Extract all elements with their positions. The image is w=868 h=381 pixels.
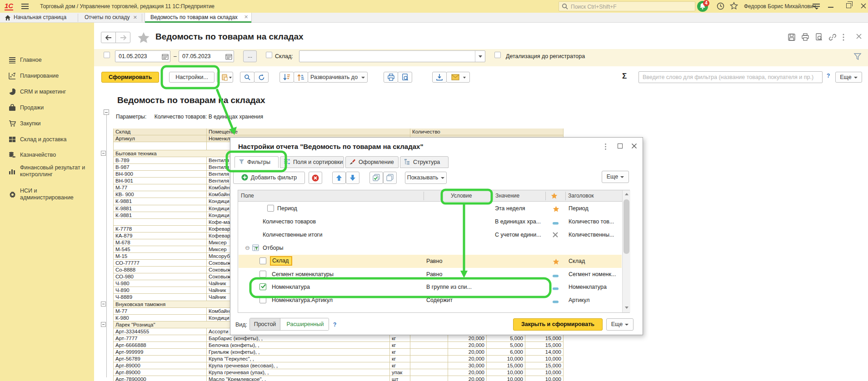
expand-to-button[interactable]: Разворачивать до	[308, 72, 368, 83]
save-icon[interactable]	[788, 33, 796, 41]
quick-filter-input[interactable]: Введите слово для фильтра (название това…	[639, 71, 823, 83]
row-checkbox-unchecked[interactable]	[259, 297, 266, 303]
grid-scrollbar[interactable]	[622, 190, 630, 312]
dialog-more-dots-icon[interactable]	[604, 143, 607, 150]
filter-row-количество-товаров[interactable]: Количество товаровВ единицах хра...Колич…	[239, 215, 622, 228]
delete-filter-button[interactable]	[309, 172, 322, 184]
filter-row-номенклатура[interactable]: НоменклатураВ группе из спи...Номенклату…	[239, 281, 622, 294]
tab-report-list[interactable]: Отчеты по складу ✕	[85, 13, 137, 23]
preview-icon[interactable]	[815, 33, 823, 41]
filter-row-номенклатура-артикул[interactable]: Номенклатура.АртикулСодержитАртикул	[239, 294, 622, 307]
filter-row-отборы[interactable]: ⊖Отборы	[239, 242, 622, 255]
notifications-bell-icon[interactable]: 4	[697, 1, 708, 12]
send-mail-button[interactable]	[446, 72, 470, 83]
move-up-button[interactable]	[332, 172, 346, 184]
forward-button[interactable]	[115, 32, 130, 43]
tab-active[interactable]: Ведомость по товарам на складах ✕	[145, 13, 252, 23]
back-button[interactable]	[101, 32, 116, 43]
dialog-tab-structure[interactable]: Структура	[400, 156, 449, 168]
xmark-icon[interactable]	[553, 232, 558, 239]
filter-funnel-icon[interactable]	[853, 53, 862, 61]
find-button[interactable]	[240, 72, 254, 83]
dash-icon[interactable]	[553, 299, 559, 305]
print-button[interactable]	[384, 72, 398, 83]
collapse-rows-button[interactable]	[279, 72, 294, 83]
tab-close-icon[interactable]: ✕	[133, 15, 137, 20]
filter-header[interactable]: Номенклатура	[569, 284, 619, 290]
calendar-icon[interactable]	[225, 53, 232, 60]
report-variants-button[interactable]	[217, 72, 233, 83]
filter-condition[interactable]: В группе из спи...	[426, 284, 472, 290]
expand-rows-button[interactable]	[294, 72, 308, 83]
filter-row-период[interactable]: ПериодЭта неделяПериод	[239, 202, 622, 215]
collapse-group-icon[interactable]: ⊖	[245, 245, 251, 251]
settings-button[interactable]: Настройки...	[169, 72, 215, 83]
dialog-close-button[interactable]	[631, 143, 637, 149]
star-icon[interactable]	[553, 206, 559, 214]
current-user[interactable]: Федоров Борис Михайлович	[744, 3, 816, 10]
favorites-star-icon[interactable]	[730, 2, 738, 10]
filter-header[interactable]: Период	[569, 205, 619, 212]
period-to-input[interactable]: 07.05.2023	[179, 50, 234, 62]
dash-icon[interactable]	[553, 273, 559, 279]
tree-expander-group[interactable]	[101, 302, 106, 307]
dash-icon[interactable]	[553, 220, 559, 227]
scrollbar-thumb[interactable]	[624, 199, 629, 254]
tab-home[interactable]: Начальная страница	[14, 13, 66, 23]
filter-header[interactable]: Количество тов...	[569, 218, 619, 225]
global-search-input[interactable]: Поиск Ctrl+Shift+F	[559, 1, 695, 11]
print-preview-button[interactable]	[398, 72, 412, 83]
print-icon[interactable]	[801, 33, 809, 41]
star-column-icon[interactable]	[551, 193, 558, 199]
row-checkbox-unchecked[interactable]	[267, 205, 274, 212]
toolbar-more-button[interactable]: Еще	[835, 72, 862, 83]
filter-value[interactable]: С учетом едини...	[495, 232, 549, 238]
dialog-more-button[interactable]: Еще	[602, 171, 629, 183]
period-checkbox[interactable]	[104, 52, 110, 58]
sklad-input[interactable]	[299, 50, 485, 62]
filter-value[interactable]: Эта неделя	[495, 205, 549, 212]
save-file-button[interactable]	[432, 72, 447, 83]
col-field[interactable]: Поле	[241, 193, 254, 199]
close-and-generate-button[interactable]: Закрыть и сформировать	[513, 318, 603, 331]
period-options-button[interactable]: ...	[243, 50, 257, 62]
filter-row-склад[interactable]: СкладРавноСклад	[239, 255, 622, 268]
filter-condition[interactable]: Равно	[426, 258, 442, 264]
scroll-down-icon[interactable]	[625, 307, 629, 309]
filter-header[interactable]: Артикул	[569, 297, 619, 303]
dialog-tab-brush[interactable]: Оформление	[345, 156, 399, 168]
dialog-footer-more-button[interactable]: Еще	[606, 318, 634, 331]
col-condition[interactable]: Условие	[451, 193, 472, 199]
scroll-up-icon[interactable]	[625, 193, 629, 195]
view-simple-button[interactable]: Простой	[250, 318, 280, 331]
filter-header[interactable]: Сегмент номенк...	[569, 271, 619, 277]
col-value[interactable]: Значение	[495, 193, 519, 199]
favorite-star-icon[interactable]	[137, 31, 150, 44]
filter-header[interactable]: Склад	[569, 258, 619, 264]
dash-icon[interactable]	[553, 286, 559, 292]
restore-button[interactable]	[846, 3, 851, 8]
period-from-input[interactable]: 01.05.2023	[115, 50, 170, 62]
generate-button[interactable]: Сформировать	[101, 72, 159, 83]
filter-header[interactable]: Количественны...	[569, 232, 619, 238]
filter-condition[interactable]: Содержит	[426, 297, 453, 303]
filter-value[interactable]: В единицах хра...	[495, 218, 549, 225]
tab-close-icon[interactable]: ✕	[244, 14, 248, 20]
more-dots-icon[interactable]	[842, 33, 845, 41]
star-icon[interactable]	[553, 258, 559, 267]
detail-checkbox[interactable]	[494, 52, 501, 58]
add-filter-button[interactable]: Добавить фильтр	[233, 172, 305, 184]
user-menu-icon[interactable]	[813, 4, 822, 9]
sklad-dropdown-button[interactable]	[475, 51, 485, 62]
minimize-button[interactable]	[828, 7, 833, 8]
dialog-maximize-button[interactable]	[618, 143, 623, 148]
link-icon[interactable]	[828, 33, 837, 41]
row-checkbox-unchecked[interactable]	[259, 257, 266, 264]
filter-row-количественные-итоги[interactable]: Количественные итогиС учетом едини...Кол…	[239, 228, 622, 242]
tree-expander-group[interactable]	[101, 322, 106, 327]
home-icon[interactable]	[5, 15, 11, 21]
filter-row-сегмент-номенклатуры[interactable]: Сегмент номенклатурыРавноСегмент номенк.…	[239, 268, 622, 281]
check-all-button[interactable]	[369, 172, 383, 184]
col-header[interactable]: Заголовок	[568, 193, 594, 199]
show-button[interactable]: Показывать	[405, 172, 447, 184]
